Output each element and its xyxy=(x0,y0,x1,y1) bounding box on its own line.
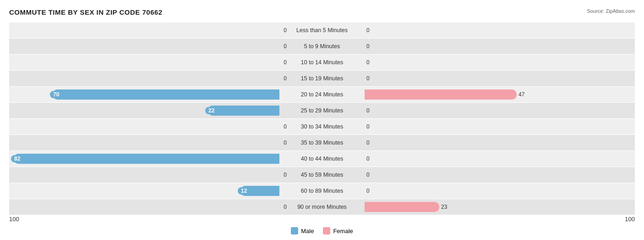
male-zero: 0 xyxy=(284,123,287,130)
table-row: 05 to 9 Minutes0 xyxy=(9,39,635,54)
female-side: 0 xyxy=(365,103,635,118)
female-side: 0 xyxy=(365,151,635,167)
female-zero: 0 xyxy=(366,43,370,50)
male-side: 22 xyxy=(9,103,279,118)
male-side: 82 xyxy=(9,151,279,167)
female-side: 23 xyxy=(365,199,635,215)
table-row: 2225 to 29 Minutes0 xyxy=(9,103,635,118)
row-label: 10 to 14 Minutes xyxy=(279,59,365,66)
table-row: 015 to 19 Minutes0 xyxy=(9,71,635,86)
male-side: 0 xyxy=(9,55,279,70)
male-zero: 0 xyxy=(284,140,287,146)
male-side: 0 xyxy=(9,119,279,134)
female-side: 0 xyxy=(365,167,635,183)
bottom-left-label: 100 xyxy=(9,216,19,223)
male-side: 0 xyxy=(9,22,279,38)
bottom-right-label: 100 xyxy=(625,216,635,223)
male-bubble: 22 xyxy=(205,107,218,114)
female-side: 0 xyxy=(365,39,635,54)
female-zero: 0 xyxy=(366,123,370,130)
female-legend-label: Female xyxy=(333,228,353,234)
male-bubble: 12 xyxy=(238,187,250,195)
female-zero: 0 xyxy=(366,107,370,114)
male-legend-label: Male xyxy=(301,228,314,234)
row-label: 20 to 24 Minutes xyxy=(279,91,365,98)
chart-title: COMMUTE TIME BY SEX IN ZIP CODE 70662 xyxy=(9,8,635,16)
source-text: Source: ZipAtlas.com xyxy=(587,8,635,14)
female-zero: 0 xyxy=(366,172,370,178)
male-side: 0 xyxy=(9,167,279,183)
female-zero: 0 xyxy=(366,188,370,194)
legend-female: Female xyxy=(323,227,353,234)
male-zero: 0 xyxy=(284,27,287,33)
table-row: 1260 to 89 Minutes0 xyxy=(9,183,635,199)
female-side: 0 xyxy=(365,183,635,199)
bottom-labels: 100 100 xyxy=(9,216,635,223)
male-bubble: 70 xyxy=(50,91,62,98)
female-zero: 0 xyxy=(366,27,370,33)
male-zero: 0 xyxy=(284,43,287,50)
female-zero: 0 xyxy=(366,75,370,82)
female-side: 0 xyxy=(365,55,635,70)
male-zero: 0 xyxy=(284,59,287,66)
female-side: 0 xyxy=(365,71,635,86)
female-side: 0 xyxy=(365,135,635,151)
row-label: 5 to 9 Minutes xyxy=(279,43,365,50)
female-zero: 0 xyxy=(366,156,370,162)
male-side: 0 xyxy=(9,199,279,215)
row-label: 25 to 29 Minutes xyxy=(279,107,365,114)
row-label: 40 to 44 Minutes xyxy=(279,156,365,162)
female-zero: 0 xyxy=(366,59,370,66)
female-zero: 0 xyxy=(366,140,370,146)
table-row: 8240 to 44 Minutes0 xyxy=(9,151,635,167)
table-row: 010 to 14 Minutes0 xyxy=(9,55,635,70)
female-value: 23 xyxy=(441,204,447,210)
chart-container: COMMUTE TIME BY SEX IN ZIP CODE 70662 So… xyxy=(0,0,644,240)
male-zero: 0 xyxy=(284,75,287,82)
male-side: 0 xyxy=(9,39,279,54)
table-row: 0Less than 5 Minutes0 xyxy=(9,22,635,38)
male-side: 0 xyxy=(9,71,279,86)
row-label: 30 to 34 Minutes xyxy=(279,123,365,130)
row-label: 35 to 39 Minutes xyxy=(279,140,365,146)
female-side: 0 xyxy=(365,119,635,134)
female-side: 47 xyxy=(365,87,635,102)
table-row: 045 to 59 Minutes0 xyxy=(9,167,635,183)
legend: Male Female xyxy=(9,227,635,234)
male-zero: 0 xyxy=(284,172,287,178)
male-side: 0 xyxy=(9,135,279,151)
row-label: 15 to 19 Minutes xyxy=(279,75,365,82)
male-bubble: 82 xyxy=(11,155,23,162)
female-legend-box xyxy=(323,227,330,234)
table-row: 7020 to 24 Minutes47 xyxy=(9,87,635,102)
male-zero: 0 xyxy=(284,204,287,210)
row-label: 60 to 89 Minutes xyxy=(279,188,365,194)
row-label: Less than 5 Minutes xyxy=(279,27,365,33)
row-label: 90 or more Minutes xyxy=(279,204,365,210)
female-side: 0 xyxy=(365,22,635,38)
table-row: 030 to 34 Minutes0 xyxy=(9,119,635,134)
male-legend-box xyxy=(291,227,298,234)
table-row: 090 or more Minutes23 xyxy=(9,199,635,215)
female-value: 47 xyxy=(518,91,524,98)
male-side: 70 xyxy=(9,87,279,102)
row-label: 45 to 59 Minutes xyxy=(279,172,365,178)
legend-male: Male xyxy=(291,227,314,234)
chart-rows: 0Less than 5 Minutes005 to 9 Minutes0010… xyxy=(9,22,635,215)
male-side: 12 xyxy=(9,183,279,199)
table-row: 035 to 39 Minutes0 xyxy=(9,135,635,151)
